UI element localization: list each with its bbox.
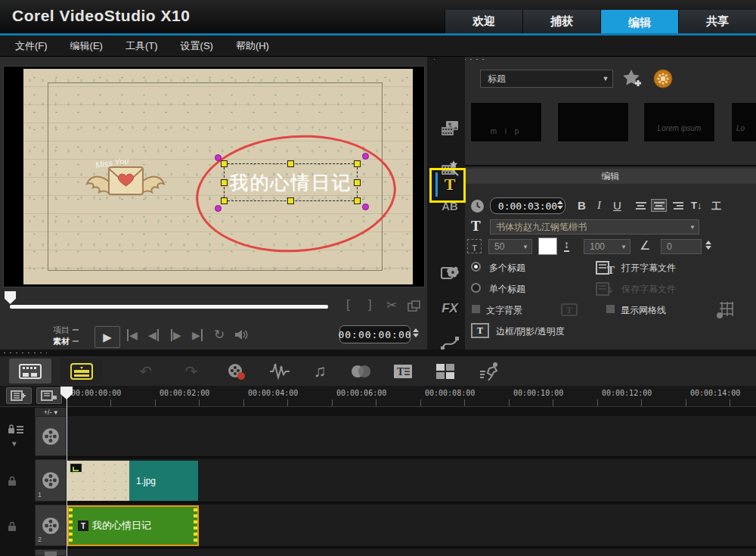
underline-button[interactable]: U (613, 199, 621, 212)
motion-tracking-icon[interactable] (479, 362, 502, 381)
filter-fx-icon[interactable]: FX (435, 296, 465, 321)
track-2-lock-icon[interactable] (8, 521, 17, 531)
title-clip-selected[interactable]: T 我的心情日记 (67, 505, 199, 546)
redo-icon[interactable]: ↷ (181, 362, 201, 381)
resize-handle-se[interactable] (354, 197, 361, 204)
add-to-favorites-icon[interactable] (621, 68, 646, 89)
next-track-header[interactable] (35, 549, 67, 556)
text-backdrop-label[interactable]: 文字背景 (486, 304, 522, 317)
storyboard-view-button[interactable] (9, 359, 51, 384)
clip-trim-handle-left[interactable] (69, 508, 73, 543)
align-left-button[interactable] (633, 199, 649, 212)
multiple-titles-radio[interactable] (471, 262, 481, 272)
track-manager-button[interactable]: +/- ▾ (35, 408, 67, 416)
gallery-category-dropdown[interactable]: 标题 ▼ (480, 70, 613, 88)
tab-capture[interactable]: 捕获 (522, 10, 600, 33)
preview-timecode[interactable]: 00:00:00:00 (339, 325, 411, 343)
menu-settings[interactable]: 设置(S) (181, 39, 213, 53)
tab-share[interactable]: 共享 (678, 10, 756, 33)
vertical-top-button[interactable]: 工 (711, 200, 721, 213)
preview-scrubber-handle[interactable] (5, 291, 16, 304)
multiple-titles-label[interactable]: 多个标题 (489, 262, 525, 275)
split-screen-template-icon[interactable] (435, 363, 455, 380)
overlay-track-1-header[interactable]: 1 (35, 459, 67, 502)
subtitle-editor-icon[interactable]: T (393, 363, 413, 380)
undo-icon[interactable]: ↶ (136, 362, 156, 381)
font-size-dropdown[interactable]: 50 ▼ (488, 239, 532, 254)
font-family-dropdown[interactable]: 书体坊赵九江钢笔楷书 ▼ (490, 219, 699, 235)
rotate-handle-ne[interactable] (362, 153, 369, 160)
menu-edit[interactable]: 编辑(E) (70, 39, 103, 53)
split-clip-icon[interactable]: ✂ (386, 297, 397, 313)
mark-in-button[interactable]: [ (346, 297, 350, 312)
rotate-handle-sw[interactable] (215, 205, 222, 212)
angle-spin-up[interactable] (705, 241, 711, 244)
preview-scrubber-track[interactable] (10, 305, 328, 309)
duration-spin-up[interactable] (557, 200, 563, 204)
resize-handle-s[interactable] (287, 197, 294, 204)
grid-options-icon[interactable] (715, 301, 736, 319)
resize-handle-ne[interactable] (354, 160, 361, 167)
angle-spin-down[interactable] (705, 246, 711, 250)
repeat-icon[interactable]: ↻ (214, 327, 225, 343)
timeline-ruler[interactable]: 00:00:00:00 00:00:02:00 00:00:04:00 00:0… (0, 386, 756, 407)
overlay-track-2-header[interactable]: 2 (35, 505, 67, 546)
spin-up-icon[interactable] (413, 328, 419, 332)
project-mode-label[interactable]: 项目 (44, 325, 70, 336)
title-tool-icon[interactable]: T (435, 170, 465, 199)
track-1-lock-icon[interactable] (8, 476, 17, 486)
resize-handle-sw[interactable] (221, 197, 228, 204)
clip-mode-label[interactable]: 素材 (44, 336, 70, 347)
title-template-thumbnail-4[interactable]: Lo (731, 102, 756, 142)
timeline-view-button[interactable] (60, 359, 103, 384)
show-grid-checkbox[interactable] (606, 304, 615, 314)
rotation-angle-field[interactable]: 0 (661, 239, 702, 254)
video-track-lane[interactable] (67, 416, 756, 458)
bold-button[interactable]: B (578, 199, 586, 212)
resize-handle-n[interactable] (287, 160, 294, 167)
italic-button[interactable]: I (597, 199, 601, 212)
enlarge-preview-icon[interactable] (407, 300, 420, 312)
text-backdrop-checkbox[interactable] (471, 304, 481, 314)
duration-spin-down[interactable] (557, 206, 563, 210)
play-button[interactable]: ▶ (94, 326, 120, 348)
line-spacing-dropdown[interactable]: 100 ▼ (584, 239, 631, 254)
volume-icon[interactable] (234, 329, 249, 340)
title-template-thumbnail-3[interactable]: Lorem ipsum (643, 102, 715, 142)
menu-tools[interactable]: 工具(T) (125, 39, 158, 53)
ripple-lock-icon[interactable] (8, 424, 24, 434)
menu-help[interactable]: 帮助(H) (236, 39, 269, 53)
go-to-start-icon[interactable]: ◀ (127, 329, 138, 341)
track-height-button[interactable] (36, 387, 62, 404)
align-center-button[interactable] (651, 199, 667, 212)
track-transparency-icon[interactable] (349, 364, 372, 379)
next-track-lane[interactable] (67, 549, 756, 556)
title-template-thumbnail-1[interactable]: m i p (470, 102, 542, 142)
timecode-spinner[interactable] (413, 328, 419, 337)
title-template-thumbnail-2[interactable] (557, 102, 629, 142)
title-selection-box[interactable]: 我的心情日记 (224, 163, 358, 201)
go-to-end-icon[interactable]: ▶ (192, 329, 203, 341)
next-frame-icon[interactable]: ▶ (171, 329, 181, 341)
open-subtitle-file-label[interactable]: 打开字幕文件 (621, 262, 676, 275)
media-library-icon[interactable] (435, 116, 465, 141)
border-shadow-label[interactable]: 边框/阴影/透明度 (496, 325, 565, 338)
overlay-graphics-icon[interactable] (435, 259, 465, 285)
show-all-tracks-button[interactable] (6, 387, 32, 404)
menu-file[interactable]: 文件(F) (15, 39, 48, 53)
title-duration-field[interactable]: 0:00:03:00 (490, 197, 565, 214)
align-right-button[interactable] (670, 199, 686, 212)
open-subtitle-file-icon[interactable]: T (596, 259, 615, 275)
previous-frame-icon[interactable]: ◀ (148, 329, 159, 341)
timeline-playhead-marker[interactable] (60, 387, 73, 399)
vertical-text-button[interactable]: T↓ (691, 200, 702, 211)
preview-canvas[interactable]: Miss You 我的心情日记 (3, 66, 425, 287)
record-capture-icon[interactable] (227, 362, 246, 381)
single-title-radio[interactable] (471, 283, 481, 293)
rotate-handle-nw[interactable] (215, 154, 222, 161)
playhead-line[interactable] (67, 398, 67, 556)
sound-mixer-icon[interactable] (269, 363, 290, 380)
pane-divider[interactable] (427, 57, 435, 349)
show-grid-label[interactable]: 显示网格线 (621, 304, 666, 317)
gutter-chevron-icon[interactable]: ▾ (12, 439, 17, 449)
